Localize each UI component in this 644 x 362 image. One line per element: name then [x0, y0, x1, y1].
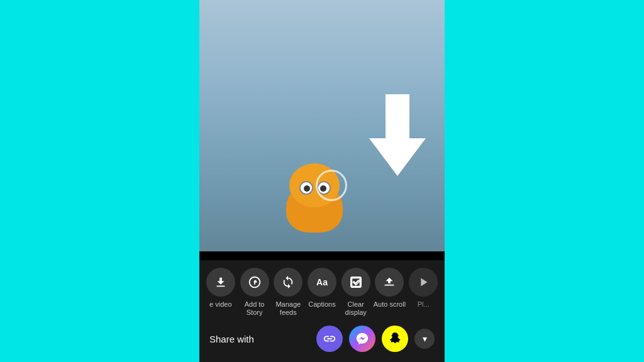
toolbar-item-save-video[interactable]: e video [204, 268, 237, 309]
share-row: Share with ▾ [199, 317, 445, 362]
toolbar-item-play[interactable]: Pl... [407, 268, 440, 309]
toy-pupil-left [304, 185, 310, 192]
add-story-label: Add to Story [245, 300, 265, 317]
add-story-icon-btn[interactable] [240, 268, 269, 297]
auto-scroll-label: Auto scroll [374, 300, 406, 309]
video-area [199, 0, 445, 251]
play-icon-btn[interactable] [409, 268, 438, 297]
play-label: Pl... [418, 300, 430, 309]
share-messenger-button[interactable] [349, 326, 375, 352]
save-video-icon-btn[interactable] [206, 268, 235, 297]
toolbar-icons-row: e video Add to Story Manage feeds Aa [199, 268, 445, 317]
share-more-button[interactable]: ▾ [414, 329, 435, 349]
toolbar-item-auto-scroll[interactable]: Auto scroll [374, 268, 406, 309]
arrow-head [369, 138, 426, 176]
captions-label: Captions [308, 300, 335, 309]
manage-feeds-icon-btn[interactable] [274, 268, 303, 297]
captions-text-icon: Aa [316, 277, 328, 287]
video-ring [316, 170, 347, 201]
auto-scroll-icon-btn[interactable] [375, 268, 404, 297]
share-link-button[interactable] [316, 326, 343, 352]
share-label: Share with [209, 334, 310, 344]
clear-display-icon-btn[interactable] [341, 268, 370, 297]
toolbar-item-manage-feeds[interactable]: Manage feeds [272, 268, 304, 317]
arrow-shaft [386, 94, 409, 138]
share-snapchat-button[interactable] [382, 326, 408, 352]
chevron-down-icon: ▾ [423, 334, 427, 344]
toolbar-item-captions[interactable]: Aa Captions [306, 268, 338, 309]
bottom-toolbar: e video Add to Story Manage feeds Aa [199, 260, 445, 362]
phone-container: e video Add to Story Manage feeds Aa [199, 0, 445, 362]
clear-display-label: Clear display [345, 300, 367, 317]
save-video-label: e video [209, 300, 231, 309]
toolbar-item-add-story[interactable]: Add to Story [238, 268, 271, 317]
toolbar-item-clear-display[interactable]: Clear display [340, 268, 372, 317]
manage-feeds-label: Manage feeds [275, 300, 301, 317]
captions-icon-btn[interactable]: Aa [308, 268, 336, 297]
arrow-overlay [369, 94, 426, 176]
toy-eye-left [299, 181, 313, 195]
share-icons: ▾ [316, 326, 435, 352]
